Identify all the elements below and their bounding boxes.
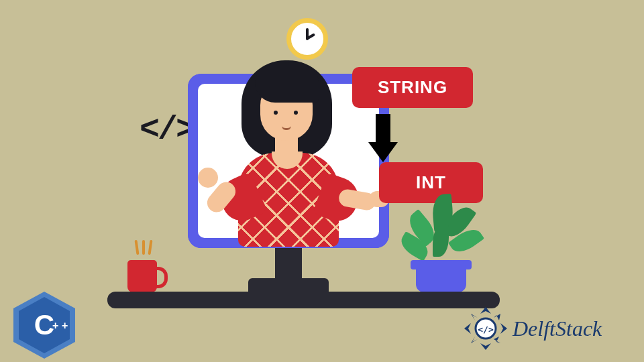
- coffee-mug-icon: [127, 260, 157, 292]
- desk: [107, 292, 500, 308]
- delftstack-brand-text: DelftStack: [513, 316, 602, 341]
- svg-marker-3: [464, 323, 471, 334]
- delftstack-emblem-icon: </>: [463, 306, 508, 351]
- woman-illustration: [201, 47, 376, 241]
- plant-pot: [416, 267, 466, 292]
- svg-marker-2: [480, 343, 491, 350]
- plant-icon: [402, 188, 483, 265]
- delftstack-logo: </> DelftStack: [463, 306, 602, 351]
- monitor-stand: [275, 248, 302, 282]
- monitor-base: [248, 278, 329, 293]
- plus-icon: +: [62, 320, 68, 332]
- svg-marker-4: [494, 314, 500, 320]
- steam-icon: [134, 240, 154, 259]
- code-brackets-icon: </>: [140, 111, 194, 149]
- svg-marker-5: [494, 337, 500, 343]
- cpp-logo-icon: C + +: [13, 292, 75, 359]
- svg-marker-0: [480, 307, 491, 314]
- string-label: STRING: [352, 67, 473, 108]
- plus-icon: +: [52, 320, 58, 332]
- svg-marker-6: [471, 337, 478, 343]
- illustration-canvas: </> STRING INT C +: [0, 0, 644, 362]
- arrow-down-icon: [376, 114, 390, 144]
- svg-text:</>: </>: [478, 324, 494, 335]
- svg-marker-7: [471, 314, 478, 320]
- svg-marker-1: [500, 323, 507, 334]
